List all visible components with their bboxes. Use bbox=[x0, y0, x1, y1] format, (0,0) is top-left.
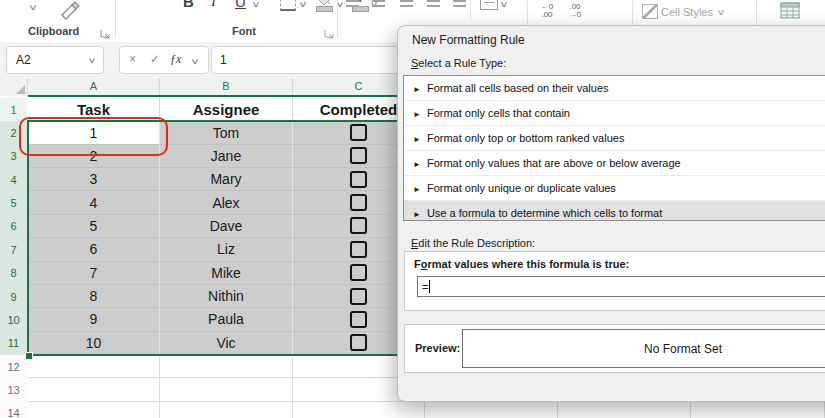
format-painter-icon[interactable] bbox=[58, 0, 84, 24]
cell[interactable] bbox=[425, 402, 558, 418]
group-separator bbox=[337, 0, 338, 38]
enter-icon[interactable]: ✓ bbox=[150, 52, 160, 66]
cell[interactable]: Jane bbox=[160, 145, 293, 168]
cell-styles-chevron-icon[interactable]: ∨ bbox=[716, 8, 725, 17]
row-header[interactable]: 12 bbox=[0, 355, 27, 379]
cell[interactable] bbox=[691, 402, 825, 418]
cell[interactable]: Mary bbox=[160, 168, 293, 191]
cell[interactable]: Vic bbox=[160, 332, 293, 355]
cell[interactable]: 8 bbox=[28, 285, 160, 308]
dialog-title: New Formatting Rule bbox=[412, 33, 525, 47]
increase-indent-icon[interactable] bbox=[453, 0, 466, 7]
fill-color-icon[interactable] bbox=[316, 0, 332, 10]
row-header[interactable]: 11 bbox=[0, 332, 27, 356]
column-header-a[interactable]: A bbox=[28, 78, 160, 95]
annotation-highlight bbox=[19, 117, 168, 156]
bold-button[interactable]: B bbox=[183, 0, 194, 10]
fill-handle[interactable] bbox=[25, 352, 33, 360]
select-all-corner[interactable] bbox=[0, 78, 28, 96]
cell[interactable]: 10 bbox=[28, 332, 160, 355]
cell[interactable] bbox=[558, 402, 691, 418]
row-header[interactable]: 5 bbox=[0, 191, 27, 215]
decrease-indent-icon[interactable] bbox=[427, 0, 440, 7]
task-checkbox[interactable] bbox=[350, 288, 367, 305]
row-header[interactable]: 10 bbox=[0, 308, 27, 332]
name-box[interactable]: A2 ∨ bbox=[6, 46, 104, 74]
cell[interactable] bbox=[28, 355, 160, 378]
rule-type-option[interactable]: ►Format all cells based on their values bbox=[404, 76, 825, 100]
borders-icon[interactable] bbox=[280, 0, 296, 11]
cell[interactable]: 9 bbox=[28, 308, 160, 331]
cell[interactable] bbox=[160, 378, 293, 401]
task-checkbox[interactable] bbox=[350, 147, 367, 164]
row-header[interactable]: 9 bbox=[0, 285, 27, 309]
edit-rule-description-label: Edit the Rule Description: bbox=[411, 237, 535, 249]
fill-color-bar bbox=[316, 6, 333, 12]
cell[interactable]: Paula bbox=[160, 308, 293, 331]
cell[interactable] bbox=[28, 402, 160, 418]
task-checkbox[interactable] bbox=[350, 124, 367, 141]
task-checkbox[interactable] bbox=[350, 311, 367, 328]
fx-chevron-icon[interactable]: ∨ bbox=[190, 57, 199, 66]
rule-arrow-icon: ► bbox=[413, 135, 421, 144]
cell[interactable]: Liz bbox=[160, 238, 293, 261]
cell[interactable]: 3 bbox=[28, 168, 160, 191]
formula-input-value: 1 bbox=[220, 53, 227, 67]
underline-button[interactable]: U bbox=[235, 0, 246, 10]
cell-styles-icon[interactable] bbox=[642, 4, 658, 19]
row-header[interactable]: 14 bbox=[0, 402, 27, 418]
cell[interactable]: 7 bbox=[28, 262, 160, 285]
cell[interactable]: Tom bbox=[160, 121, 293, 144]
decrease-decimal-icon[interactable]: .00 →0 bbox=[564, 3, 586, 19]
task-checkbox[interactable] bbox=[350, 264, 367, 281]
cell[interactable] bbox=[160, 402, 293, 418]
row-header[interactable]: 13 bbox=[0, 378, 27, 402]
format-as-table-icon[interactable] bbox=[780, 2, 800, 23]
task-checkbox[interactable] bbox=[350, 217, 367, 234]
cell[interactable]: 4 bbox=[28, 191, 160, 214]
task-checkbox[interactable] bbox=[350, 334, 367, 351]
row-header[interactable]: 7 bbox=[0, 238, 27, 262]
increase-decimal-icon[interactable]: ←0 .00 bbox=[536, 3, 558, 19]
merge-center-icon[interactable] bbox=[480, 0, 498, 10]
formula-buttons: × ✓ ƒx ∨ bbox=[119, 46, 209, 74]
name-box-chevron-icon[interactable]: ∨ bbox=[87, 56, 96, 65]
rule-type-option[interactable]: ►Format only unique or duplicate values bbox=[404, 175, 825, 200]
row-header[interactable]: 8 bbox=[0, 262, 27, 286]
rule-type-option[interactable]: ►Use a formula to determine which cells … bbox=[404, 200, 825, 221]
task-checkbox[interactable] bbox=[350, 171, 367, 188]
align-center-icon[interactable] bbox=[372, 0, 385, 7]
cell[interactable]: Dave bbox=[160, 215, 293, 238]
italic-button[interactable]: I bbox=[211, 0, 216, 10]
cell-styles-button[interactable]: Cell Styles bbox=[661, 6, 713, 18]
cancel-icon[interactable]: × bbox=[129, 52, 136, 66]
preview-panel: Preview: No Format Set bbox=[404, 324, 825, 373]
rule-type-listbox: ►Format all cells based on their values►… bbox=[403, 75, 825, 221]
rule-type-option[interactable]: ►Format only values that are above or be… bbox=[404, 150, 825, 175]
row-header[interactable]: 6 bbox=[0, 215, 27, 239]
cell[interactable]: Mike bbox=[160, 262, 293, 285]
underline-chevron-icon[interactable]: ∨ bbox=[251, 0, 260, 9]
group-separator bbox=[115, 0, 116, 38]
merge-center-chevron-icon[interactable]: ∨ bbox=[499, 0, 508, 9]
chevron-down-icon[interactable]: ∨ bbox=[28, 3, 37, 12]
cell[interactable]: 5 bbox=[28, 215, 160, 238]
cell[interactable]: Nithin bbox=[160, 285, 293, 308]
rule-type-option[interactable]: ►Format only cells that contain bbox=[404, 100, 825, 125]
rule-type-option[interactable]: ►Format only top or bottom ranked values bbox=[404, 125, 825, 150]
cell[interactable] bbox=[28, 378, 160, 401]
cell[interactable] bbox=[293, 402, 425, 418]
cell[interactable] bbox=[160, 355, 293, 378]
task-checkbox[interactable] bbox=[350, 194, 367, 211]
rule-formula-input[interactable]: = bbox=[417, 276, 825, 297]
cell[interactable]: 6 bbox=[28, 238, 160, 261]
cell[interactable]: Alex bbox=[160, 191, 293, 214]
align-right-icon[interactable] bbox=[400, 0, 413, 7]
cell[interactable]: Assignee bbox=[160, 98, 293, 121]
borders-chevron-icon[interactable]: ∨ bbox=[298, 0, 307, 9]
align-left-icon[interactable] bbox=[346, 0, 359, 7]
insert-function-icon[interactable]: ƒx bbox=[170, 52, 181, 67]
task-checkbox[interactable] bbox=[350, 241, 367, 258]
column-header-b[interactable]: B bbox=[160, 78, 293, 95]
row-header[interactable]: 4 bbox=[0, 168, 27, 192]
